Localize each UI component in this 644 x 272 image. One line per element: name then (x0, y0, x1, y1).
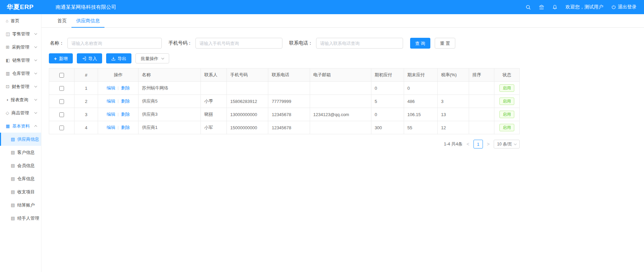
sidebar-item-income-expense[interactable]: ▤收支项目 (0, 185, 41, 198)
add-button[interactable]: + 新增 (49, 53, 73, 63)
phone-filter-input[interactable] (316, 38, 403, 49)
column-header[interactable]: 手机号码 (227, 69, 268, 82)
sidebar: ⌂首页◫零售管理⊞采购管理◧销售管理▥仓库管理⊡财务管理◑报表查询◇商品管理▦基… (0, 14, 41, 272)
sidebar-item-label: 基本资料 (12, 123, 30, 129)
sidebar-item-member-info[interactable]: ▤会员信息 (0, 159, 41, 172)
page-size-select[interactable]: 10 条/页 (494, 140, 520, 148)
cell-phone (268, 82, 310, 95)
name-filter-input[interactable] (67, 38, 162, 49)
column-header[interactable]: 税率(%) (437, 69, 469, 82)
next-page-button[interactable]: > (486, 141, 490, 147)
app-logo[interactable]: 华夏ERP (0, 3, 41, 11)
cell-contact: 小军 (201, 121, 227, 134)
delete-link[interactable]: 删除 (121, 112, 130, 117)
sidebar-item-finance[interactable]: ⊡财务管理 (0, 80, 41, 93)
sidebar-item-warehouse-info[interactable]: ▤仓库信息 (0, 172, 41, 185)
cell-opening-payable: 5 (371, 95, 404, 108)
cell-sort (469, 82, 494, 95)
cell-contact: 小季 (201, 95, 227, 108)
export-button-label: 导出 (118, 56, 126, 61)
sidebar-item-settle-account[interactable]: ▤结算账户 (0, 198, 41, 212)
sidebar-item-label: 财务管理 (12, 84, 29, 90)
bank-icon[interactable] (539, 5, 544, 10)
sidebar-item-label: 零售管理 (12, 31, 30, 37)
sidebar-item-report[interactable]: ◑报表查询 (0, 93, 41, 106)
reset-button[interactable]: 重 置 (435, 38, 456, 49)
sidebar-item-label: 客户信息 (17, 149, 35, 156)
column-header[interactable]: 联系人 (201, 69, 227, 82)
sidebar-item-handler-mgmt[interactable]: ▤经手人管理 (0, 212, 41, 225)
sidebar-item-basic[interactable]: ▦基本资料 (0, 119, 41, 133)
logout-label: 退出登录 (618, 4, 637, 10)
header-actions: 欢迎您，测试用户 退出登录 (526, 4, 644, 10)
page-size-value: 10 条/页 (497, 141, 512, 147)
edit-link[interactable]: 编辑 (106, 99, 115, 104)
search-icon[interactable] (526, 5, 531, 10)
row-checkbox[interactable] (59, 126, 64, 130)
row-index: 4 (74, 121, 98, 134)
column-header[interactable]: 电子邮箱 (310, 69, 371, 82)
sidebar-item-label: 会员信息 (17, 163, 35, 169)
select-all-checkbox[interactable] (59, 73, 64, 78)
batch-actions-button[interactable]: 批量操作 (135, 53, 169, 63)
row-checkbox[interactable] (59, 112, 64, 117)
status-badge: 启用 (499, 124, 514, 131)
cell-sort (469, 121, 494, 134)
doc-icon: ▤ (11, 203, 15, 207)
chevron-down-icon (34, 85, 37, 87)
column-header[interactable]: 名称 (139, 69, 201, 82)
doc-icon: ▤ (11, 190, 15, 194)
tab-supplier-info[interactable]: 供应商信息 (71, 14, 104, 27)
cell-tax-rate: 12 (437, 121, 469, 134)
status-badge: 启用 (499, 84, 514, 92)
column-header[interactable]: # (74, 69, 98, 82)
column-header[interactable]: 期末应付 (404, 69, 437, 82)
sidebar-item-sales[interactable]: ◧销售管理 (0, 54, 41, 67)
edit-link[interactable]: 编辑 (106, 85, 115, 90)
mobile-filter-input[interactable] (195, 38, 282, 49)
action-divider (118, 113, 118, 116)
sidebar-item-home[interactable]: ⌂首页 (0, 14, 41, 27)
sidebar-item-purchase[interactable]: ⊞采购管理 (0, 40, 41, 54)
export-icon (111, 56, 116, 61)
bell-icon[interactable] (552, 4, 557, 10)
row-checkbox[interactable] (59, 99, 64, 104)
delete-link[interactable]: 删除 (121, 85, 130, 90)
sidebar-item-customer-info[interactable]: ▤客户信息 (0, 146, 41, 159)
sidebar-item-supplier-info[interactable]: ▤供应商信息 (0, 133, 41, 146)
sidebar-item-goods[interactable]: ◇商品管理 (0, 106, 41, 119)
pagination: 1-4 共4条 < 1 > 10 条/页 (49, 140, 520, 148)
welcome-text: 欢迎您，测试用户 (565, 4, 603, 10)
tab-home[interactable]: 首页 (53, 14, 71, 27)
sidebar-item-retail[interactable]: ◫零售管理 (0, 27, 41, 40)
export-button[interactable]: 导出 (106, 53, 131, 63)
goods-icon: ◇ (6, 111, 9, 115)
name-filter-label: 名称： (50, 40, 64, 46)
action-divider (118, 86, 118, 90)
logout-button[interactable]: 退出登录 (611, 4, 637, 10)
toolbar: + 新增 导入 导出 批量操作 (49, 53, 636, 63)
cell-mobile: 15000000000 (227, 121, 268, 134)
action-divider (118, 100, 118, 103)
edit-link[interactable]: 编辑 (106, 125, 115, 130)
cell-contact (201, 82, 227, 95)
chevron-down-icon (161, 57, 164, 59)
search-button[interactable]: 查 询 (410, 38, 430, 49)
edit-link[interactable]: 编辑 (106, 112, 115, 117)
column-header[interactable]: 操作 (98, 69, 139, 82)
cell-mobile: 15806283912 (227, 95, 268, 108)
delete-link[interactable]: 删除 (121, 125, 130, 130)
delete-link[interactable]: 删除 (121, 99, 130, 104)
current-page-button[interactable]: 1 (473, 140, 483, 148)
column-header[interactable]: 期初应付 (371, 69, 404, 82)
column-header[interactable]: 联系电话 (268, 69, 310, 82)
column-header[interactable]: 排序 (469, 69, 494, 82)
cell-name: 苏州蜗牛网络 (139, 82, 201, 95)
plus-icon: + (54, 56, 57, 61)
column-header[interactable]: 状态 (494, 69, 519, 82)
prev-page-button[interactable]: < (466, 141, 470, 147)
import-button[interactable]: 导入 (77, 53, 102, 63)
sidebar-item-warehouse[interactable]: ▥仓库管理 (0, 67, 41, 80)
row-checkbox[interactable] (59, 86, 64, 91)
sidebar-item-label: 结算账户 (17, 202, 35, 208)
